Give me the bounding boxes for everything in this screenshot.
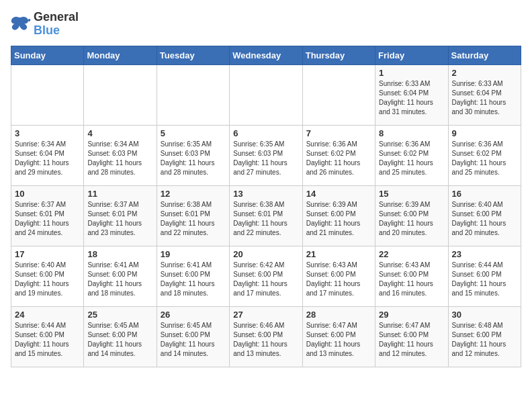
calendar-cell: 1Sunrise: 6:33 AMSunset: 6:04 PMDaylight… bbox=[375, 64, 448, 125]
calendar-cell: 7Sunrise: 6:36 AMSunset: 6:02 PMDaylight… bbox=[302, 125, 375, 185]
day-number: 14 bbox=[306, 189, 371, 199]
cell-info: Sunrise: 6:39 AMSunset: 6:00 PMDaylight:… bbox=[379, 200, 444, 238]
day-number: 18 bbox=[87, 249, 152, 259]
cell-info: Sunrise: 6:36 AMSunset: 6:02 PMDaylight:… bbox=[379, 140, 444, 177]
cell-info: Sunrise: 6:41 AMSunset: 6:00 PMDaylight:… bbox=[161, 261, 226, 298]
header: General Blue bbox=[11, 11, 521, 38]
day-number: 7 bbox=[306, 128, 371, 138]
cell-info: Sunrise: 6:33 AMSunset: 6:04 PMDaylight:… bbox=[379, 79, 444, 117]
calendar-header: SundayMondayTuesdayWednesdayThursdayFrid… bbox=[11, 46, 521, 64]
header-day-thursday: Thursday bbox=[302, 46, 375, 64]
day-number: 30 bbox=[452, 310, 517, 320]
header-day-monday: Monday bbox=[84, 46, 157, 64]
logo: General Blue bbox=[11, 11, 79, 38]
cell-info: Sunrise: 6:33 AMSunset: 6:04 PMDaylight:… bbox=[452, 79, 517, 117]
calendar-cell: 22Sunrise: 6:43 AMSunset: 6:00 PMDayligh… bbox=[375, 246, 448, 306]
calendar-cell: 20Sunrise: 6:42 AMSunset: 6:00 PMDayligh… bbox=[230, 246, 302, 306]
day-number: 1 bbox=[379, 68, 444, 78]
day-number: 11 bbox=[87, 189, 152, 199]
calendar-cell: 18Sunrise: 6:41 AMSunset: 6:00 PMDayligh… bbox=[84, 246, 157, 306]
calendar-cell: 5Sunrise: 6:35 AMSunset: 6:03 PMDaylight… bbox=[157, 125, 229, 185]
day-number: 5 bbox=[161, 128, 226, 138]
cell-info: Sunrise: 6:38 AMSunset: 6:01 PMDaylight:… bbox=[161, 200, 226, 238]
cell-info: Sunrise: 6:36 AMSunset: 6:02 PMDaylight:… bbox=[452, 140, 517, 177]
day-number: 9 bbox=[452, 128, 517, 138]
logo-text: General Blue bbox=[34, 11, 79, 38]
day-number: 6 bbox=[233, 128, 298, 138]
cell-info: Sunrise: 6:34 AMSunset: 6:03 PMDaylight:… bbox=[87, 140, 152, 177]
calendar-cell: 28Sunrise: 6:47 AMSunset: 6:00 PMDayligh… bbox=[302, 306, 375, 367]
header-day-tuesday: Tuesday bbox=[157, 46, 229, 64]
calendar-cell: 27Sunrise: 6:46 AMSunset: 6:00 PMDayligh… bbox=[230, 306, 302, 367]
week-row-4: 24Sunrise: 6:44 AMSunset: 6:00 PMDayligh… bbox=[11, 306, 521, 367]
cell-info: Sunrise: 6:41 AMSunset: 6:00 PMDaylight:… bbox=[87, 261, 152, 298]
cell-info: Sunrise: 6:44 AMSunset: 6:00 PMDaylight:… bbox=[452, 261, 517, 298]
day-number: 20 bbox=[233, 249, 298, 259]
cell-info: Sunrise: 6:47 AMSunset: 6:00 PMDaylight:… bbox=[306, 321, 371, 359]
calendar-cell: 3Sunrise: 6:34 AMSunset: 6:04 PMDaylight… bbox=[11, 125, 84, 185]
cell-info: Sunrise: 6:43 AMSunset: 6:00 PMDaylight:… bbox=[379, 261, 444, 298]
calendar-table: SundayMondayTuesdayWednesdayThursdayFrid… bbox=[11, 46, 521, 367]
calendar-body: 1Sunrise: 6:33 AMSunset: 6:04 PMDaylight… bbox=[11, 64, 521, 367]
calendar-cell bbox=[11, 64, 84, 125]
day-number: 23 bbox=[452, 249, 517, 259]
cell-info: Sunrise: 6:37 AMSunset: 6:01 PMDaylight:… bbox=[15, 200, 80, 238]
day-number: 13 bbox=[233, 189, 298, 199]
day-number: 21 bbox=[306, 249, 371, 259]
calendar-cell: 11Sunrise: 6:37 AMSunset: 6:01 PMDayligh… bbox=[84, 185, 157, 246]
day-number: 28 bbox=[306, 310, 371, 320]
calendar-cell: 24Sunrise: 6:44 AMSunset: 6:00 PMDayligh… bbox=[11, 306, 84, 367]
calendar-cell: 29Sunrise: 6:47 AMSunset: 6:00 PMDayligh… bbox=[375, 306, 448, 367]
day-number: 19 bbox=[161, 249, 226, 259]
day-number: 12 bbox=[161, 189, 226, 199]
cell-info: Sunrise: 6:45 AMSunset: 6:00 PMDaylight:… bbox=[161, 321, 226, 359]
cell-info: Sunrise: 6:44 AMSunset: 6:00 PMDaylight:… bbox=[15, 321, 80, 359]
week-row-1: 3Sunrise: 6:34 AMSunset: 6:04 PMDaylight… bbox=[11, 125, 521, 185]
calendar-cell bbox=[157, 64, 229, 125]
calendar-cell: 16Sunrise: 6:40 AMSunset: 6:00 PMDayligh… bbox=[448, 185, 521, 246]
calendar-cell: 26Sunrise: 6:45 AMSunset: 6:00 PMDayligh… bbox=[157, 306, 229, 367]
calendar-cell: 30Sunrise: 6:48 AMSunset: 6:00 PMDayligh… bbox=[448, 306, 521, 367]
cell-info: Sunrise: 6:40 AMSunset: 6:00 PMDaylight:… bbox=[452, 200, 517, 238]
day-number: 24 bbox=[15, 310, 80, 320]
header-day-wednesday: Wednesday bbox=[230, 46, 302, 64]
week-row-3: 17Sunrise: 6:40 AMSunset: 6:00 PMDayligh… bbox=[11, 246, 521, 306]
calendar-cell: 19Sunrise: 6:41 AMSunset: 6:00 PMDayligh… bbox=[157, 246, 229, 306]
cell-info: Sunrise: 6:35 AMSunset: 6:03 PMDaylight:… bbox=[161, 140, 226, 177]
cell-info: Sunrise: 6:48 AMSunset: 6:00 PMDaylight:… bbox=[452, 321, 517, 359]
cell-info: Sunrise: 6:36 AMSunset: 6:02 PMDaylight:… bbox=[306, 140, 371, 177]
cell-info: Sunrise: 6:40 AMSunset: 6:00 PMDaylight:… bbox=[15, 261, 80, 298]
cell-info: Sunrise: 6:39 AMSunset: 6:00 PMDaylight:… bbox=[306, 200, 371, 238]
day-number: 17 bbox=[15, 249, 80, 259]
day-number: 15 bbox=[379, 189, 444, 199]
calendar-cell: 15Sunrise: 6:39 AMSunset: 6:00 PMDayligh… bbox=[375, 185, 448, 246]
calendar-cell: 9Sunrise: 6:36 AMSunset: 6:02 PMDaylight… bbox=[448, 125, 521, 185]
cell-info: Sunrise: 6:42 AMSunset: 6:00 PMDaylight:… bbox=[233, 261, 298, 298]
header-day-sunday: Sunday bbox=[11, 46, 84, 64]
cell-info: Sunrise: 6:47 AMSunset: 6:00 PMDaylight:… bbox=[379, 321, 444, 359]
calendar-cell: 12Sunrise: 6:38 AMSunset: 6:01 PMDayligh… bbox=[157, 185, 229, 246]
calendar-cell: 2Sunrise: 6:33 AMSunset: 6:04 PMDaylight… bbox=[448, 64, 521, 125]
cell-info: Sunrise: 6:43 AMSunset: 6:00 PMDaylight:… bbox=[306, 261, 371, 298]
header-day-saturday: Saturday bbox=[448, 46, 521, 64]
calendar-cell: 8Sunrise: 6:36 AMSunset: 6:02 PMDaylight… bbox=[375, 125, 448, 185]
calendar-cell: 21Sunrise: 6:43 AMSunset: 6:00 PMDayligh… bbox=[302, 246, 375, 306]
day-number: 16 bbox=[452, 189, 517, 199]
day-number: 27 bbox=[233, 310, 298, 320]
week-row-2: 10Sunrise: 6:37 AMSunset: 6:01 PMDayligh… bbox=[11, 185, 521, 246]
cell-info: Sunrise: 6:35 AMSunset: 6:03 PMDaylight:… bbox=[233, 140, 298, 177]
calendar-cell: 4Sunrise: 6:34 AMSunset: 6:03 PMDaylight… bbox=[84, 125, 157, 185]
week-row-0: 1Sunrise: 6:33 AMSunset: 6:04 PMDaylight… bbox=[11, 64, 521, 125]
day-number: 29 bbox=[379, 310, 444, 320]
cell-info: Sunrise: 6:45 AMSunset: 6:00 PMDaylight:… bbox=[87, 321, 152, 359]
calendar-cell bbox=[230, 64, 302, 125]
header-day-friday: Friday bbox=[375, 46, 448, 64]
day-number: 10 bbox=[15, 189, 80, 199]
calendar-cell bbox=[302, 64, 375, 125]
calendar-cell: 13Sunrise: 6:38 AMSunset: 6:01 PMDayligh… bbox=[230, 185, 302, 246]
day-number: 2 bbox=[452, 68, 517, 78]
day-number: 22 bbox=[379, 249, 444, 259]
day-number: 8 bbox=[379, 128, 444, 138]
header-row: SundayMondayTuesdayWednesdayThursdayFrid… bbox=[11, 46, 521, 64]
cell-info: Sunrise: 6:34 AMSunset: 6:04 PMDaylight:… bbox=[15, 140, 80, 177]
